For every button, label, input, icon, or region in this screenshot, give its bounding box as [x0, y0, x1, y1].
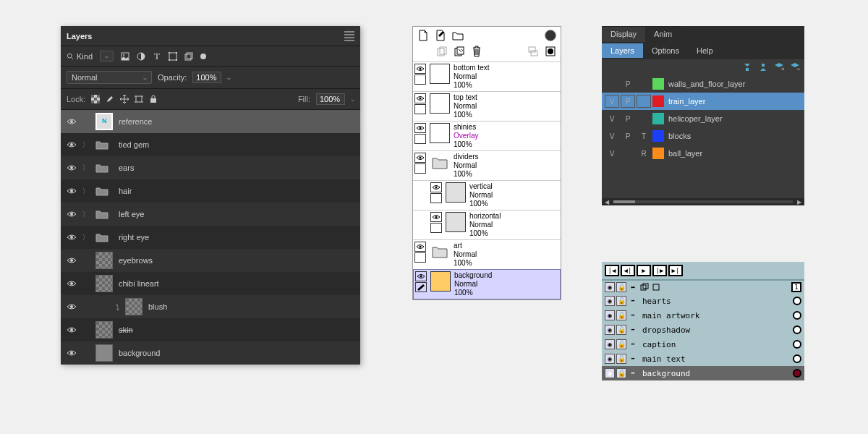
blend-mode-dropdown[interactable]: Normal⌵ [67, 71, 152, 84]
fill-input[interactable]: 100% [316, 93, 345, 105]
type-flag[interactable]: T [637, 129, 651, 142]
layer-row[interactable]: background [61, 341, 360, 365]
lock-all-icon[interactable] [149, 95, 158, 103]
visibility-toggle[interactable] [67, 187, 77, 195]
layer-row[interactable]: ◉🔓⬌background [602, 366, 804, 380]
visibility-toggle[interactable] [430, 212, 442, 222]
layer-row[interactable]: verticalNormal100% [413, 180, 561, 210]
layer-row[interactable]: VPtrain_layer [602, 93, 804, 110]
layer-row[interactable]: top textNormal100% [413, 91, 561, 121]
passepartout-flag[interactable]: P [621, 129, 635, 142]
type-flag[interactable] [637, 77, 651, 90]
visible-flag[interactable]: V [605, 147, 619, 160]
layer-row[interactable]: ◉🔓⬌main text [602, 352, 804, 366]
visibility-toggle[interactable] [414, 93, 426, 103]
layer-row[interactable]: 〉left eye [61, 203, 360, 226]
last-frame-button[interactable]: ▶| [668, 265, 683, 276]
subtab-layers[interactable]: Layers [602, 43, 643, 58]
prev-frame-button[interactable]: ◀| [621, 265, 635, 276]
visibility-toggle[interactable]: ◉ [605, 339, 615, 349]
layer-row[interactable]: ◉🔓⬌hearts [602, 294, 804, 308]
horizontal-scrollbar[interactable]: ◀ ▶ [602, 198, 804, 205]
frame-dot[interactable] [793, 354, 801, 363]
layer-row[interactable]: horizontalNormal100% [413, 210, 561, 239]
new-folder-icon[interactable] [452, 30, 464, 41]
layer-row[interactable]: shiniesOverlay100% [413, 121, 561, 150]
tab-display[interactable]: Display [602, 26, 645, 42]
adjustment-filter-icon[interactable] [137, 52, 145, 61]
merge-icon[interactable] [454, 46, 465, 57]
shape-filter-icon[interactable] [169, 52, 177, 61]
panel-menu-icon[interactable] [344, 31, 354, 41]
visible-flag[interactable]: V [605, 129, 619, 142]
frame-dot[interactable] [793, 340, 801, 349]
visibility-toggle[interactable] [414, 64, 426, 74]
lock-toggle[interactable] [414, 134, 426, 144]
visibility-toggle[interactable]: ◉ [605, 310, 615, 320]
color-swatch[interactable] [652, 148, 664, 159]
layer-row[interactable]: VRball_layer [602, 145, 804, 162]
chevron-down-icon[interactable]: ⌵ [227, 75, 231, 81]
layer-row[interactable]: bottom textNormal100% [413, 61, 561, 91]
layer-row[interactable]: skin [61, 318, 360, 341]
frame-dot[interactable] [793, 369, 801, 378]
lock-toggle[interactable] [430, 193, 442, 203]
visibility-toggle[interactable] [67, 280, 77, 287]
duplicate-icon[interactable] [436, 46, 448, 57]
expand-icon[interactable]: 〉 [82, 210, 90, 219]
link-toggle[interactable]: ⬌ [628, 325, 638, 335]
layer-row[interactable]: ⤵blush [61, 295, 360, 318]
lock-toggle[interactable]: 🔓 [616, 339, 626, 349]
expand-icon[interactable]: 〉 [82, 163, 90, 173]
frame-number[interactable]: 1 [791, 282, 801, 292]
opacity-input[interactable]: 100% [192, 72, 221, 83]
visibility-toggle[interactable] [67, 349, 77, 357]
tab-anim[interactable]: Anim [645, 26, 681, 42]
layer-row[interactable]: Pwalls_and_floor_layer [602, 75, 804, 93]
visible-flag[interactable]: V [605, 95, 619, 108]
layer-row[interactable]: VPhelicoper_layer [602, 110, 804, 127]
visibility-toggle[interactable]: ◉ [605, 296, 615, 306]
visibility-toggle[interactable]: ◉ [605, 325, 615, 335]
lock-toggle[interactable]: 🔓 [616, 354, 626, 364]
visibility-toggle[interactable] [67, 141, 77, 148]
lock-toggle[interactable]: 🔓 [616, 368, 626, 378]
scroll-left-icon[interactable]: ◀ [605, 199, 609, 205]
layer-row[interactable]: ◉🔓⬌caption [602, 337, 804, 352]
color-swatch[interactable] [652, 95, 664, 107]
visible-flag[interactable]: V [605, 112, 619, 125]
frame-dot[interactable] [793, 311, 801, 320]
visibility-toggle[interactable] [415, 271, 427, 281]
lock-toggle[interactable]: 🔓 [616, 296, 626, 306]
layer-row[interactable]: chibi lineart [61, 272, 360, 295]
text-filter-icon[interactable]: T [153, 52, 161, 61]
mask-icon[interactable] [545, 46, 556, 57]
link-toggle[interactable]: ⬌ [628, 310, 638, 320]
move-down-icon[interactable] [742, 62, 752, 72]
passepartout-flag[interactable]: P [621, 77, 635, 90]
transfer-down-icon[interactable] [527, 46, 539, 57]
add-layer-icon[interactable]: + [774, 62, 784, 72]
color-swatch[interactable] [652, 113, 664, 124]
layer-row[interactable]: eyebrows [61, 249, 360, 272]
link-toggle[interactable]: ⬌ [628, 368, 638, 378]
layer-row[interactable]: 〉right eye [61, 226, 360, 249]
layer-row[interactable]: backgroundNormal100% [413, 269, 561, 299]
passepartout-flag[interactable] [621, 147, 635, 160]
layer-row[interactable]: ◉🔓⬌main artwork [602, 308, 804, 323]
merge-icon[interactable] [639, 282, 650, 292]
visibility-toggle[interactable] [67, 234, 77, 241]
layer-row[interactable]: reference [61, 110, 360, 133]
visibility-toggle[interactable] [414, 242, 426, 252]
lock-toggle[interactable]: 🔓 [616, 310, 626, 320]
frame-dot[interactable] [793, 326, 801, 334]
type-flag[interactable] [637, 112, 651, 125]
subtab-help[interactable]: Help [688, 43, 722, 58]
lock-toggle[interactable] [414, 75, 426, 85]
expand-icon[interactable]: 〉 [82, 187, 90, 196]
next-frame-button[interactable]: |▶ [652, 265, 667, 276]
lock-toggle[interactable] [414, 252, 426, 263]
visibility-toggle[interactable] [414, 123, 426, 133]
single-layer-icon[interactable] [651, 282, 661, 292]
lock-toggle[interactable] [430, 223, 442, 233]
